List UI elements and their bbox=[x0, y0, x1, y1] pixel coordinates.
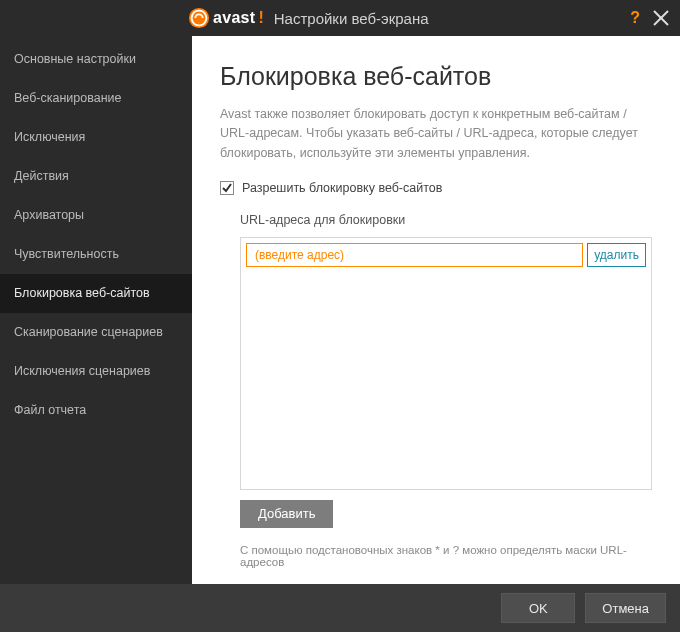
enable-blocking-checkbox[interactable] bbox=[220, 181, 234, 195]
add-button[interactable]: Добавить bbox=[240, 500, 333, 528]
wildcard-note: С помощью подстановочных знаков * и ? мо… bbox=[240, 544, 652, 568]
url-list-label: URL-адреса для блокировки bbox=[240, 213, 652, 227]
sidebar-item-label: Файл отчета bbox=[14, 403, 86, 417]
sidebar-item-site-blocking[interactable]: Блокировка веб-сайтов bbox=[0, 274, 192, 313]
sidebar-item-report-file[interactable]: Файл отчета bbox=[0, 391, 192, 430]
sidebar-item-sensitivity[interactable]: Чувствительность bbox=[0, 235, 192, 274]
enable-blocking-label: Разрешить блокировку веб-сайтов bbox=[242, 181, 442, 195]
sidebar: Основные настройки Веб-сканирование Искл… bbox=[0, 36, 192, 584]
sidebar-item-script-scan[interactable]: Сканирование сценариев bbox=[0, 313, 192, 352]
page-description: Avast также позволяет блокировать доступ… bbox=[220, 105, 652, 163]
window-title: Настройки веб-экрана bbox=[274, 10, 429, 27]
help-icon[interactable]: ? bbox=[630, 9, 640, 27]
url-input[interactable] bbox=[246, 243, 583, 267]
ok-button[interactable]: OK bbox=[501, 593, 575, 623]
sidebar-item-label: Архиваторы bbox=[14, 208, 84, 222]
brand-exclaim: ! bbox=[258, 9, 263, 27]
sidebar-item-exclusions[interactable]: Исключения bbox=[0, 118, 192, 157]
sidebar-item-label: Блокировка веб-сайтов bbox=[14, 286, 150, 300]
sidebar-item-label: Основные настройки bbox=[14, 52, 136, 66]
sidebar-item-label: Чувствительность bbox=[14, 247, 119, 261]
sidebar-item-label: Исключения сценариев bbox=[14, 364, 150, 378]
brand-text: avast bbox=[213, 9, 255, 27]
main-panel: Блокировка веб-сайтов Avast также позвол… bbox=[192, 36, 680, 584]
sidebar-item-script-exclusions[interactable]: Исключения сценариев bbox=[0, 352, 192, 391]
url-row: удалить bbox=[246, 243, 646, 267]
titlebar: avast! Настройки веб-экрана ? bbox=[0, 0, 680, 36]
sidebar-item-actions[interactable]: Действия bbox=[0, 157, 192, 196]
delete-button[interactable]: удалить bbox=[587, 243, 646, 267]
app-logo: avast! bbox=[188, 7, 264, 29]
url-list-box: удалить bbox=[240, 237, 652, 490]
sidebar-item-label: Исключения bbox=[14, 130, 85, 144]
sidebar-item-label: Сканирование сценариев bbox=[14, 325, 163, 339]
checkmark-icon bbox=[221, 182, 233, 194]
sidebar-item-label: Веб-сканирование bbox=[14, 91, 122, 105]
page-title: Блокировка веб-сайтов bbox=[220, 62, 652, 91]
body: Основные настройки Веб-сканирование Искл… bbox=[0, 36, 680, 584]
cancel-button[interactable]: Отмена bbox=[585, 593, 666, 623]
sidebar-item-archivers[interactable]: Архиваторы bbox=[0, 196, 192, 235]
sidebar-item-label: Действия bbox=[14, 169, 69, 183]
enable-blocking-row: Разрешить блокировку веб-сайтов bbox=[220, 181, 652, 195]
sidebar-item-web-scan[interactable]: Веб-сканирование bbox=[0, 79, 192, 118]
close-icon[interactable] bbox=[652, 9, 670, 27]
sidebar-item-general[interactable]: Основные настройки bbox=[0, 40, 192, 79]
settings-window: avast! Настройки веб-экрана ? Основные н… bbox=[0, 0, 680, 632]
footer: OK Отмена bbox=[0, 584, 680, 632]
avast-logo-icon bbox=[188, 7, 210, 29]
